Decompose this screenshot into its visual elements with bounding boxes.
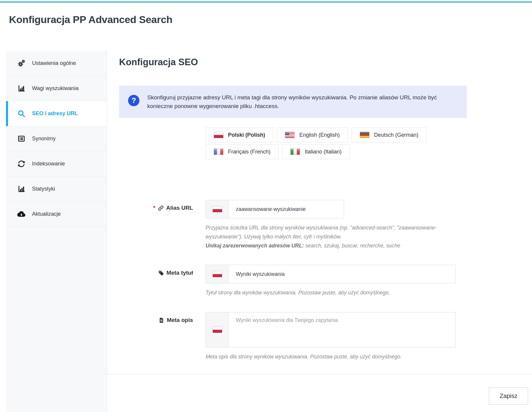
sidebar-item-seo-urls[interactable]: SEO i adresy URL [6,101,107,126]
usa-flag-icon [285,132,295,138]
sidebar-item-label: Aktualizacje [32,211,61,217]
sidebar-item-synonyms[interactable]: Synonimy [6,126,107,151]
sidebar-item-indexing[interactable]: Indeksowanie [6,151,107,177]
language-tab-italian[interactable]: Italiano (Italian) [282,144,349,159]
italy-flag-icon [290,148,300,155]
poland-flag-icon [214,132,224,138]
language-tab-german[interactable]: Deutsch (German) [352,127,426,142]
language-label: Deutsch (German) [374,132,418,138]
alias-url-input-group [206,200,344,218]
meta-description-label: Meta opis [119,312,193,361]
footer-divider [107,374,532,374]
poland-flag-icon [212,271,222,277]
seo-form: * Alias URL [119,200,532,361]
meta-description-flag-addon [206,312,229,347]
tag-icon [158,270,164,276]
save-button[interactable]: Zapisz [489,387,528,405]
list-icon [17,135,25,143]
sidebar-item-label: Synonimy [32,136,56,142]
info-box: ? Skonfiguruj przyjazne adresy URL i met… [119,86,467,118]
section-title: Konfiguracja SEO [119,57,532,68]
sync-icon [17,160,25,168]
layout: Ustawienia ogólne Wagi wyszukiwania [6,51,532,412]
meta-title-field: Tytuł strony dla wyników wyszukiwania. P… [206,265,532,297]
language-label: Italiano (Italian) [305,149,341,155]
meta-description-input-group [206,312,455,347]
meta-title-help: Tytuł strony dla wyników wyszukiwania. P… [206,288,465,297]
main-content: Konfiguracja SEO ? Skonfiguruj przyjazne… [107,51,532,412]
meta-title-flag-addon [206,265,229,283]
alias-url-row: * Alias URL [119,200,532,250]
sidebar-item-updates[interactable]: Aktualizacje [6,202,107,227]
poland-flag-icon [212,326,222,333]
alias-url-input[interactable] [229,200,344,218]
meta-description-textarea[interactable] [229,312,455,347]
link-icon [158,205,164,211]
form-footer: Zapisz [119,387,532,405]
alias-url-label: * Alias URL [119,200,193,250]
top-accent-bar [0,1,532,3]
language-tab-french[interactable]: Français (French) [206,144,279,159]
meta-title-row: Meta tytuł Tytuł strony dla wyników wysz… [119,265,532,297]
meta-description-field: Meta opis dla strony wyników wyszukiwani… [206,312,532,361]
gears-icon [17,59,25,67]
sidebar-item-general-settings[interactable]: Ustawienia ogólne [6,51,107,76]
alias-help-reserved: search, szukaj, buscar, recherche, suche [304,243,400,249]
germany-flag-icon [360,132,370,138]
bar-chart-icon [17,185,25,193]
alias-url-field: Przyjazna ścieżka URL dla strony wyników… [206,200,532,250]
sidebar-item-label: Indeksowanie [32,161,65,167]
meta-description-help: Meta opis dla strony wyników wyszukiwani… [206,352,465,361]
sidebar-item-search-weights[interactable]: Wagi wyszukiwania [6,76,107,101]
language-label: English (English) [299,132,340,138]
cloud-download-icon [17,210,25,218]
bar-chart-icon [17,84,25,92]
sidebar-item-statistics[interactable]: Statystyki [6,177,107,202]
sidebar-item-label: Statystyki [32,186,55,192]
search-icon [17,110,25,118]
meta-title-input[interactable] [229,265,455,283]
alias-help-text: Przyjazna ścieżka URL dla strony wyników… [206,225,437,240]
alias-url-label-text: Alias URL [166,205,193,211]
info-text: Skonfiguruj przyjazne adresy URL i meta … [147,93,452,110]
language-tab-english[interactable]: English (English) [277,127,348,142]
sidebar-item-label: SEO i adresy URL [32,110,78,117]
document-icon [158,317,165,323]
meta-title-label-text: Meta tytuł [166,270,193,276]
meta-description-label-text: Meta opis [167,317,193,323]
france-flag-icon [214,148,224,155]
language-label: Polski (Polish) [228,132,265,138]
page-title: Konfiguracja PP Advanced Search [9,14,532,28]
alias-url-help: Przyjazna ścieżka URL dla strony wyników… [206,223,465,250]
meta-description-row: Meta opis Meta opis dla strony wyników w… [119,312,532,361]
sidebar-item-label: Wagi wyszukiwania [32,85,78,92]
meta-title-label: Meta tytuł [119,265,193,297]
language-switcher: Polski (Polish) English (English) Deutsc… [206,127,442,161]
help-icon: ? [128,95,139,106]
meta-title-input-group [206,265,455,283]
alias-flag-addon [206,200,229,218]
required-asterisk: * [153,205,155,211]
language-tab-polish[interactable]: Polski (Polish) [206,127,273,142]
poland-flag-icon [212,206,222,212]
alias-help-bold: Unikaj zarezerwowanych adresów URL: [206,243,304,249]
sidebar: Ustawienia ogólne Wagi wyszukiwania [6,51,107,412]
language-label: Français (French) [228,149,270,155]
sidebar-item-label: Ustawienia ogólne [32,60,76,66]
